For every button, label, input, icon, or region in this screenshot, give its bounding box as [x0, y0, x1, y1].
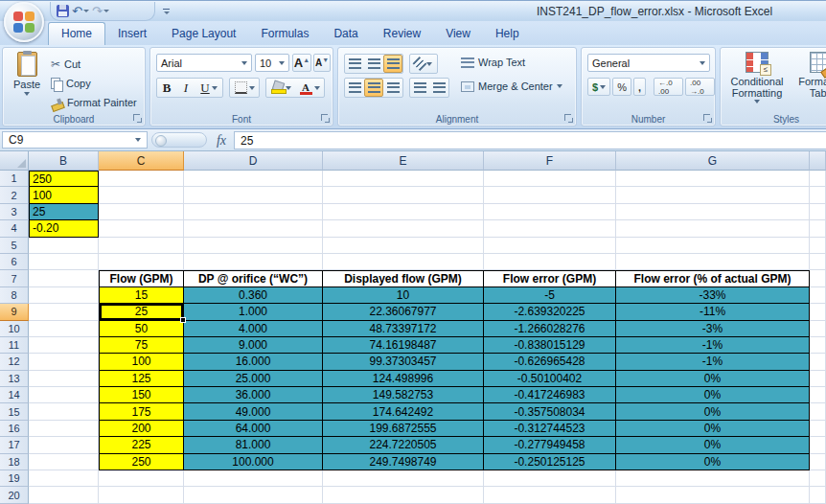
- row-header-7[interactable]: 7: [0, 270, 29, 286]
- align-middle-button[interactable]: [364, 55, 383, 73]
- cell-B14[interactable]: [29, 387, 99, 403]
- cell-F14[interactable]: -0.417246983: [484, 387, 616, 403]
- increase-indent-button[interactable]: [429, 79, 448, 97]
- cell-D19[interactable]: [184, 470, 323, 487]
- cell-G11[interactable]: -1%: [616, 337, 810, 354]
- cell-E3[interactable]: [323, 204, 484, 220]
- column-header-G[interactable]: G: [616, 151, 810, 171]
- cell-E10[interactable]: 48.73397172: [323, 321, 484, 337]
- cell-C8[interactable]: 15: [99, 287, 184, 304]
- conditional-formatting-button[interactable]: Conditional Formatting: [724, 52, 790, 115]
- tab-home[interactable]: Home: [48, 22, 105, 45]
- clipboard-dialog-launcher-icon[interactable]: [133, 114, 143, 124]
- cell-partial-5[interactable]: [810, 238, 826, 254]
- cell-E2[interactable]: [323, 187, 484, 203]
- cell-G17[interactable]: 0%: [616, 437, 810, 453]
- fill-handle[interactable]: [180, 317, 186, 323]
- wrap-text-button[interactable]: Wrap Text: [461, 57, 525, 68]
- merge-center-button[interactable]: Merge & Center: [461, 80, 562, 92]
- cell-D8[interactable]: 0.360: [184, 287, 323, 304]
- copy-button[interactable]: Copy: [51, 75, 91, 92]
- cell-G16[interactable]: 0%: [616, 421, 810, 437]
- cell-C1[interactable]: [99, 171, 184, 187]
- row-header-5[interactable]: 5: [0, 238, 29, 254]
- cell-partial-17[interactable]: [810, 437, 826, 453]
- cell-partial-15[interactable]: [810, 403, 826, 420]
- row-header-18[interactable]: 18: [0, 454, 29, 470]
- row-header-16[interactable]: 16: [0, 421, 29, 437]
- name-box[interactable]: C9: [2, 131, 148, 149]
- cell-B6[interactable]: [29, 254, 99, 270]
- grow-font-button[interactable]: A▲: [292, 54, 311, 72]
- cell-D12[interactable]: 16.000: [184, 354, 323, 370]
- cell-C13[interactable]: 125: [99, 371, 184, 387]
- cell-C18[interactable]: 250: [99, 454, 184, 470]
- cell-E12[interactable]: 99.37303457: [323, 354, 484, 370]
- cell-partial-10[interactable]: [810, 321, 826, 337]
- cell-B16[interactable]: [29, 421, 99, 437]
- underline-button[interactable]: U: [195, 79, 222, 97]
- cell-partial-16[interactable]: [810, 421, 826, 437]
- tab-data[interactable]: Data: [321, 23, 370, 45]
- cell-E14[interactable]: 149.582753: [323, 387, 484, 403]
- cell-B12[interactable]: [29, 354, 99, 370]
- cell-C20[interactable]: [99, 487, 184, 503]
- cut-button[interactable]: ✂ Cut: [51, 56, 80, 73]
- font-size-combo[interactable]: 10: [255, 54, 289, 72]
- cell-B5[interactable]: [29, 238, 99, 254]
- insert-function-button[interactable]: fx: [211, 131, 232, 149]
- cell-C14[interactable]: 150: [99, 387, 184, 403]
- cell-E19[interactable]: [323, 470, 484, 487]
- row-header-14[interactable]: 14: [0, 387, 29, 403]
- cell-G13[interactable]: 0%: [616, 371, 810, 387]
- cell-B7[interactable]: [29, 270, 99, 286]
- cell-C19[interactable]: [99, 470, 184, 487]
- align-bottom-button[interactable]: [383, 55, 402, 73]
- cell-D9[interactable]: 1.000: [184, 304, 323, 320]
- cell-E17[interactable]: 224.7220505: [323, 437, 484, 453]
- cell-G2[interactable]: [616, 187, 810, 203]
- cell-E11[interactable]: 74.16198487: [323, 337, 484, 354]
- cell-B8[interactable]: [29, 287, 99, 304]
- cell-F2[interactable]: [484, 187, 616, 203]
- tab-page-layout[interactable]: Page Layout: [159, 23, 248, 45]
- cell-partial-20[interactable]: [810, 487, 826, 503]
- cell-B19[interactable]: [29, 470, 99, 487]
- cell-F16[interactable]: -0.312744523: [484, 421, 616, 437]
- align-right-button[interactable]: [383, 79, 402, 97]
- cell-D18[interactable]: 100.000: [184, 454, 323, 470]
- cell-E18[interactable]: 249.7498749: [323, 454, 484, 470]
- cell-F4[interactable]: [484, 220, 616, 237]
- cell-G15[interactable]: 0%: [616, 403, 810, 420]
- cell-F1[interactable]: [484, 171, 616, 187]
- cell-G19[interactable]: [616, 470, 810, 487]
- cell-D20[interactable]: [184, 487, 323, 503]
- cell-F7[interactable]: Flow error (GPM): [484, 270, 616, 286]
- cell-G4[interactable]: [616, 220, 810, 237]
- cell-B15[interactable]: [29, 403, 99, 420]
- borders-button[interactable]: [230, 79, 259, 97]
- column-header-C[interactable]: C: [99, 151, 184, 171]
- fill-color-button[interactable]: [266, 79, 295, 97]
- formula-bar-divider[interactable]: [151, 132, 207, 148]
- cell-D4[interactable]: [184, 220, 323, 237]
- cell-C12[interactable]: 100: [99, 354, 184, 370]
- row-header-17[interactable]: 17: [0, 437, 29, 453]
- cell-F5[interactable]: [484, 238, 616, 254]
- cell-C16[interactable]: 200: [99, 421, 184, 437]
- cell-partial-9[interactable]: [810, 304, 826, 320]
- orientation-button[interactable]: [410, 55, 437, 73]
- cell-F12[interactable]: -0.626965428: [484, 354, 616, 370]
- tab-view[interactable]: View: [433, 23, 483, 45]
- decrease-indent-button[interactable]: [410, 79, 429, 97]
- redo-button[interactable]: ↷: [92, 4, 109, 19]
- cell-G10[interactable]: -3%: [616, 321, 810, 337]
- cell-E9[interactable]: 22.36067977: [323, 304, 484, 320]
- cell-G20[interactable]: [616, 487, 810, 503]
- cell-C2[interactable]: [99, 187, 184, 203]
- tab-insert[interactable]: Insert: [105, 23, 159, 45]
- cell-B13[interactable]: [29, 371, 99, 387]
- cell-G12[interactable]: -1%: [616, 354, 810, 370]
- cell-E16[interactable]: 199.6872555: [323, 421, 484, 437]
- column-header-D[interactable]: D: [184, 151, 323, 171]
